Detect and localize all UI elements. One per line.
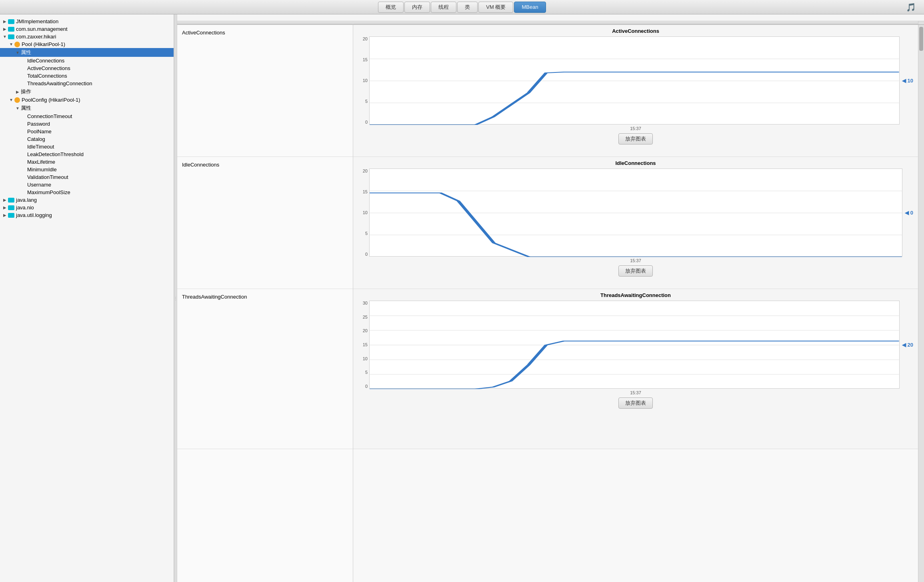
y-label: 10 — [363, 356, 368, 361]
chart-svg-wrapper-idle-connections — [369, 169, 902, 257]
y-label: 10 — [363, 78, 368, 83]
chart-cell-active-connections: ActiveConnections20151050 ◀ 1015:37放弃图表 — [353, 25, 918, 157]
main-layout: JMImplementationcom.sun.managementcom.za… — [0, 14, 924, 582]
tree-item-pool-name[interactable]: PoolName — [0, 128, 174, 135]
x-label-active-connections: 15:37 — [358, 126, 913, 131]
tree-label-max-pool-size: MaximumPoolSize — [27, 189, 70, 195]
tree-item-conn-timeout[interactable]: ConnectionTimeout — [0, 112, 174, 120]
tab-overview[interactable]: 概览 — [378, 2, 404, 13]
tab-vm-overview[interactable]: VM 概要 — [478, 2, 513, 13]
tree-container: JMImplementationcom.sun.managementcom.za… — [0, 18, 174, 219]
tree-item-max-lifetime[interactable]: MaxLifetime — [0, 158, 174, 166]
tree-item-poolconfig-attr[interactable]: 属性 — [0, 104, 174, 112]
tree-label-active-conn: ActiveConnections — [27, 65, 70, 71]
tree-arrow-java-nio — [2, 205, 8, 210]
prop-name-idle-connections: IdleConnections — [177, 157, 353, 289]
tab-memory[interactable]: 内存 — [404, 2, 430, 13]
tree-item-password[interactable]: Password — [0, 120, 174, 128]
tree-label-pool-name: PoolName — [27, 128, 52, 134]
col-value-header — [353, 21, 918, 24]
abandon-chart-btn-threads-awaiting[interactable]: 放弃图表 — [618, 397, 653, 409]
tree-item-validation-timeout[interactable]: ValidationTimeout — [0, 173, 174, 181]
tab-mbean[interactable]: MBean — [514, 2, 546, 13]
prop-name-threads-awaiting: ThreadsAwaitingConnection — [177, 289, 353, 449]
panel-title — [177, 14, 924, 21]
tree-item-poolconfig[interactable]: PoolConfig (HikariPool-1) — [0, 96, 174, 104]
tree-item-total-conn[interactable]: TotalConnections — [0, 72, 174, 80]
app-icon: 🎵 — [906, 2, 916, 12]
scrollbar-thumb[interactable] — [919, 27, 923, 51]
x-label-idle-connections: 15:37 — [358, 258, 913, 263]
tree-item-threads-await[interactable]: ThreadsAwaitingConnection — [0, 80, 174, 87]
tree-item-leak-detect[interactable]: LeakDetectionThreshold — [0, 151, 174, 158]
y-axis-idle-connections: 20151050 — [358, 169, 369, 257]
tree-label-attr-group: 属性 — [21, 49, 31, 56]
y-label: 20 — [363, 36, 368, 41]
tree-item-username[interactable]: Username — [0, 181, 174, 189]
chart-area-idle-connections: 20151050 ◀ 0 — [358, 169, 913, 257]
scrollbar[interactable] — [918, 21, 924, 24]
y-label: 25 — [363, 315, 368, 319]
tree-label-poolconfig-attr: 属性 — [21, 104, 31, 112]
panel-divider[interactable]: ⋮ — [174, 14, 177, 582]
tree-item-idle-timeout[interactable]: IdleTimeout — [0, 143, 174, 151]
x-label-threads-awaiting: 15:37 — [358, 390, 913, 395]
tree-label-poolconfig: PoolConfig (HikariPool-1) — [22, 97, 80, 103]
folder-icon-java-lang — [8, 198, 14, 203]
tree-item-attr-group[interactable]: 属性 — [0, 48, 174, 57]
tree-label-min-idle: MinimumIdle — [27, 167, 57, 173]
chart-svg-wrapper-threads-awaiting — [369, 301, 900, 389]
tree-item-active-conn[interactable]: ActiveConnections — [0, 64, 174, 72]
left-panel: JMImplementationcom.sun.managementcom.za… — [0, 14, 174, 582]
tab-classes[interactable]: 类 — [457, 2, 478, 13]
tree-arrow-com-zaxxer — [2, 34, 8, 39]
abandon-chart-btn-active-connections[interactable]: 放弃图表 — [618, 133, 653, 144]
prop-name-active-connections: ActiveConnections — [177, 25, 353, 157]
y-label: 10 — [363, 210, 368, 215]
tree-item-com-zaxxer[interactable]: com.zaxxer.hikari — [0, 33, 174, 40]
y-label: 15 — [363, 57, 368, 62]
tree-item-ops-group[interactable]: 操作 — [0, 87, 174, 96]
tree-item-java-lang[interactable]: java.lang — [0, 196, 174, 204]
chart-cell-threads-awaiting: ThreadsAwaitingConnection302520151050 ◀ … — [353, 289, 918, 449]
tree-label-threads-await: ThreadsAwaitingConnection — [27, 80, 92, 86]
tree-item-min-idle[interactable]: MinimumIdle — [0, 166, 174, 173]
tabs-container: 概览内存线程类VM 概要MBean — [378, 2, 546, 13]
tree-arrow-jmimpl — [2, 19, 8, 24]
gear-icon-pool-hikari — [14, 42, 20, 47]
chart-cell-idle-connections: IdleConnections20151050 ◀ 015:37放弃图表 — [353, 157, 918, 289]
tree-item-com-sun[interactable]: com.sun.management — [0, 25, 174, 33]
tree-label-jmimpl: JMImplementation — [16, 18, 58, 24]
chart-title-threads-awaiting: ThreadsAwaitingConnection — [358, 292, 913, 298]
folder-icon-jmimpl — [8, 19, 14, 24]
tree-item-idle-conn[interactable]: IdleConnections — [0, 57, 174, 64]
y-axis-threads-awaiting: 302520151050 — [358, 301, 369, 389]
tree-item-pool-hikari[interactable]: Pool (HikariPool-1) — [0, 40, 174, 48]
right-panel: ActiveConnectionsIdleConnectionsThreadsA… — [177, 14, 924, 582]
y-axis-active-connections: 20151050 — [358, 36, 369, 124]
tree-item-catalog[interactable]: Catalog — [0, 135, 174, 143]
gear-icon-poolconfig — [14, 97, 20, 103]
chart-title-idle-connections: IdleConnections — [358, 160, 913, 166]
y-label: 5 — [365, 99, 368, 104]
chart-svg-wrapper-active-connections — [369, 36, 900, 124]
tree-arrow-poolconfig — [8, 98, 14, 102]
tab-threads[interactable]: 线程 — [431, 2, 456, 13]
tree-item-jmimpl[interactable]: JMImplementation — [0, 18, 174, 25]
tree-label-java-nio: java.nio — [16, 205, 34, 211]
abandon-chart-btn-idle-connections[interactable]: 放弃图表 — [618, 265, 653, 277]
scrollbar-track[interactable] — [918, 25, 924, 582]
names-column: ActiveConnectionsIdleConnectionsThreadsA… — [177, 25, 353, 582]
tree-item-max-pool-size[interactable]: MaximumPoolSize — [0, 189, 174, 196]
folder-icon-com-sun — [8, 27, 14, 32]
tree-label-max-lifetime: MaxLifetime — [27, 159, 55, 165]
tree-label-com-sun: com.sun.management — [16, 26, 68, 32]
y-label: 0 — [365, 120, 368, 124]
tree-arrow-java-util-logging — [2, 213, 8, 217]
y-label: 20 — [363, 328, 368, 333]
tree-item-java-nio[interactable]: java.nio — [0, 204, 174, 211]
col-name-header — [177, 21, 353, 24]
tree-label-leak-detect: LeakDetectionThreshold — [27, 151, 84, 157]
tree-item-java-util-logging[interactable]: java.util.logging — [0, 211, 174, 219]
chart-value-idle-connections: ◀ 0 — [902, 169, 913, 257]
